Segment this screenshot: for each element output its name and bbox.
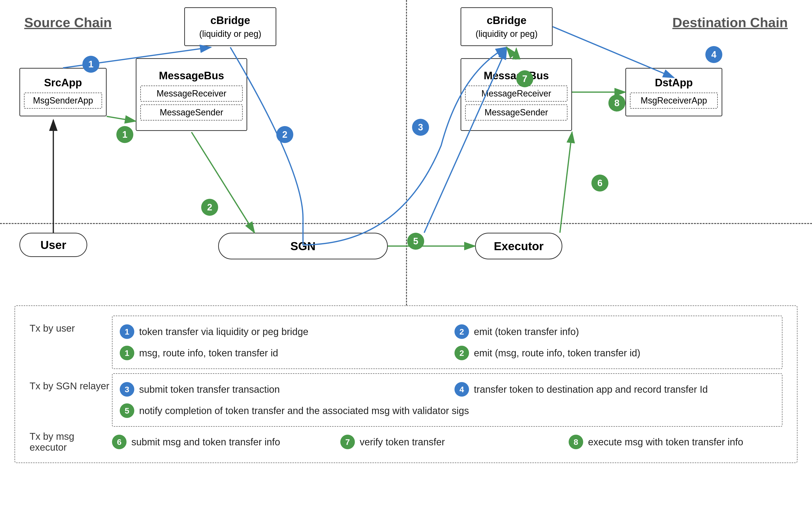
legend-blue-1-text: token transfer via liquidity or peg brid… (139, 326, 308, 337)
svg-line-6 (107, 116, 136, 121)
source-chain-label: Source Chain (24, 15, 112, 30)
src-msgbus-title: MessageBus (154, 67, 229, 84)
src-cbridge-box: cBridge (liquidity or peg) (184, 7, 276, 46)
legend-blue-3-circle: 3 (120, 382, 134, 397)
src-msgbus-box: MessageBus MessageReceiver MessageSender (136, 58, 247, 131)
legend-blue-2-text: emit (token transfer info) (474, 326, 579, 337)
legend-green-2-text: emit (msg, route info, token transfer id… (474, 348, 640, 359)
dst-cbridge-box: cBridge (liquidity or peg) (461, 7, 553, 46)
destination-chain-label: Destination Chain (672, 15, 788, 30)
dst-msgbus-receiver: MessageReceiver (465, 86, 568, 102)
src-app-box: SrcApp MsgSenderApp (20, 68, 107, 116)
user-node: User (20, 233, 87, 257)
src-app-title: SrcApp (39, 74, 87, 91)
legend-blue-4-circle: 4 (455, 382, 469, 397)
legend-green-2-circle: 2 (455, 346, 469, 360)
diag-green-6: 6 (591, 175, 608, 192)
legend-green-6-circle: 6 (112, 435, 126, 449)
tx-executor-label: Tx by msg executor (30, 431, 112, 453)
svg-line-7 (192, 132, 255, 233)
dst-msgbus-box: MessageBus MessageReceiver MessageSender (461, 58, 572, 131)
dst-app-box: DstApp MsgReceiverApp (626, 68, 722, 116)
vertical-separator (406, 0, 407, 306)
dst-msgbus-sender: MessageSender (465, 105, 568, 120)
diag-blue-3: 3 (412, 119, 429, 136)
svg-line-11 (506, 47, 516, 59)
src-cbridge-sub: (liquidity or peg) (199, 29, 261, 41)
diag-blue-4: 4 (705, 46, 722, 63)
diag-green-5: 5 (407, 233, 424, 250)
svg-line-9 (560, 132, 572, 233)
horizontal-separator (0, 223, 812, 224)
legend-green-8-text: execute msg with token transfer info (588, 436, 743, 448)
legend-green-7-text: verify token transfer (360, 436, 445, 448)
legend-area: Tx by user 1 token transfer via liquidit… (14, 306, 798, 463)
legend-green-1-text: msg, route info, token transfer id (139, 348, 278, 359)
legend-green-5-text: notify completion of token transfer and … (139, 405, 469, 416)
diag-green-1: 1 (116, 126, 133, 143)
diag-blue-1: 1 (82, 56, 99, 73)
legend-blue-4-text: transfer token to destination app and re… (474, 384, 708, 395)
tx-sgn-label: Tx by SGN relayer (30, 373, 112, 392)
legend-green-5-circle: 5 (120, 403, 134, 418)
src-cbridge-title: cBridge (206, 12, 255, 29)
diag-green-2: 2 (201, 199, 218, 216)
dst-msgbus-title: MessageBus (479, 67, 554, 84)
legend-green-1-circle: 1 (120, 346, 134, 360)
dst-app-title: DstApp (650, 74, 698, 91)
src-msgbus-sender: MessageSender (140, 105, 243, 120)
src-msgbus-receiver: MessageReceiver (140, 86, 243, 102)
legend-blue-2-circle: 2 (455, 324, 469, 339)
legend-blue-1-circle: 1 (120, 324, 134, 339)
executor-node: Executor (475, 233, 562, 259)
src-app-inner: MsgSenderApp (24, 93, 102, 109)
diag-green-8: 8 (608, 94, 626, 112)
diag-green-7: 7 (516, 70, 533, 87)
legend-green-8-circle: 8 (569, 435, 583, 449)
legend-green-6-text: submit msg and token transfer info (132, 436, 280, 448)
dst-cbridge-title: cBridge (482, 12, 531, 29)
dst-cbridge-sub: (liquidity or peg) (475, 29, 538, 41)
diagram-area: Source Chain Destination Chain cBridge (… (0, 0, 812, 306)
legend-blue-3-text: submit token transfer transaction (139, 384, 280, 395)
diag-blue-2: 2 (276, 126, 293, 143)
tx-user-label: Tx by user (30, 316, 112, 334)
dst-app-inner: MsgReceiverApp (630, 93, 718, 109)
sgn-node: SGN (218, 233, 388, 259)
legend-green-7-circle: 7 (340, 435, 355, 449)
